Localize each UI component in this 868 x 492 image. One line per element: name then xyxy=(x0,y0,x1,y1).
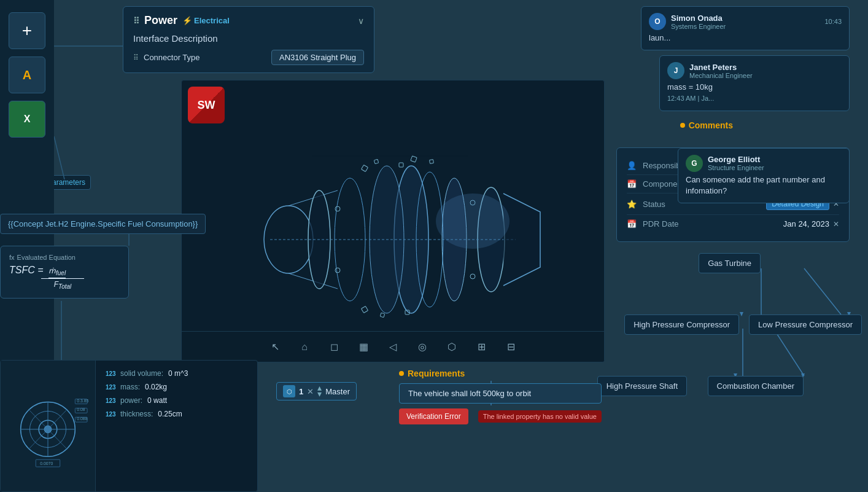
pdr-value: Jan 24, 2023 xyxy=(783,219,829,228)
remove-pdr[interactable]: ✕ xyxy=(833,220,839,228)
svg-marker-53 xyxy=(740,312,743,316)
chevron-down-icon[interactable]: ∨ xyxy=(358,16,364,26)
gas-turbine-node[interactable]: Gas Turbine xyxy=(699,253,761,273)
star-icon: ⭐ xyxy=(627,200,638,209)
add-button[interactable]: + xyxy=(9,12,45,49)
tool-box[interactable]: ◻ xyxy=(324,337,344,357)
bp-power-label: power: xyxy=(120,396,142,405)
tool-split[interactable]: ⊟ xyxy=(501,337,521,357)
bp-mass-value: 0.02kg xyxy=(145,383,167,391)
tool-sections[interactable]: ⊞ xyxy=(471,337,491,357)
janet-message: mass = 10kg12:43 AM | Ja... xyxy=(667,82,842,104)
plus-icon: + xyxy=(22,21,32,41)
excel-button[interactable]: X xyxy=(9,101,45,138)
tool-cube[interactable]: ⬡ xyxy=(442,337,462,357)
calendar-icon-1: 📅 xyxy=(627,179,638,189)
connector-value: AN3106 Straight Plug xyxy=(271,50,364,65)
3d-viewer[interactable]: SW xyxy=(181,80,605,362)
prop-value-pdr: Jan 24, 2023 ✕ xyxy=(783,219,839,228)
prop-pdr-date: 📅 PDR Date Jan 24, 2023 ✕ xyxy=(627,215,839,233)
george-name: George Elliott xyxy=(708,155,764,164)
master-label: Master xyxy=(325,387,350,396)
viewer-toolbar: ↖ ⌂ ◻ ▦ ◁ ◎ ⬡ ⊞ ⊟ xyxy=(182,331,604,362)
avatar-janet: J xyxy=(667,62,684,79)
requirements-title: Requirements xyxy=(408,369,465,378)
user-icon: 👤 xyxy=(627,161,638,170)
chat-bubble-george: G George Elliott Structure Engineer Can … xyxy=(678,148,850,203)
formula-label: fx Evaluated Equation xyxy=(9,254,120,261)
bp-power-value: 0 watt xyxy=(147,396,167,405)
bp-solid-volume-value: 0 m^3 xyxy=(168,369,188,378)
bp-mass: 123 mass: 0.02kg xyxy=(106,383,247,391)
simon-message: laun... xyxy=(649,33,842,44)
electrical-badge: ⚡ Electrical xyxy=(182,16,230,25)
janet-time: 12:43 AM | Ja... xyxy=(667,95,714,102)
excel-icon: X xyxy=(24,114,31,125)
simon-name: Simon Onada xyxy=(671,14,726,23)
power-label: Power xyxy=(144,14,177,27)
avatar-initial-george: G xyxy=(691,159,697,168)
george-info: George Elliott Structure Engineer xyxy=(708,155,764,171)
george-role: Structure Engineer xyxy=(708,164,764,171)
avatar-initial-simon: O xyxy=(654,17,660,26)
bp-solid-volume-label: solid volume: xyxy=(120,369,163,378)
george-message: Can someone add the part number and info… xyxy=(686,174,842,197)
high-pressure-compressor-node[interactable]: High Pressure Compressor xyxy=(624,314,739,335)
janet-name: Janet Peters xyxy=(689,63,753,72)
requirements-panel: Requirements The vehicle shall loft 500k… xyxy=(399,369,602,424)
combustion-chamber-node[interactable]: Combustion Chamber xyxy=(708,376,804,396)
tool-circle[interactable]: ◎ xyxy=(413,337,432,357)
master-close[interactable]: ✕ xyxy=(307,387,314,396)
concept-expression: {{Concept Jet.H2 Engine.Specific Fuel Co… xyxy=(0,214,206,234)
calendar-icon-2: 📅 xyxy=(627,219,638,228)
schematic-svg: 0.3.85 0.08 0.088 0.0070 xyxy=(6,383,90,469)
bp-thickness-value: 0.25cm xyxy=(158,410,182,418)
fx-icon: fx xyxy=(9,254,15,261)
formula-card: fx Evaluated Equation TSFC = ṁfuel FTota… xyxy=(0,246,129,299)
svg-line-43 xyxy=(54,136,64,179)
chat-user-janet: J Janet Peters Mechanical Engineer xyxy=(667,62,842,79)
janet-role: Mechanical Engineer xyxy=(689,72,753,79)
tool-grid[interactable]: ▦ xyxy=(354,337,373,357)
low-pressure-compressor-node[interactable]: Low Pressure Compressor xyxy=(749,314,862,335)
engine-svg xyxy=(215,104,571,338)
master-arrows[interactable]: ▴ ▾ xyxy=(317,385,322,397)
power-header: ⠿ Power ⚡ Electrical ∨ xyxy=(133,14,364,27)
bp-123-icon-2: 123 xyxy=(106,384,115,391)
avatar-simon: O xyxy=(649,13,666,30)
avatar-george: G xyxy=(686,155,703,172)
requirements-dot xyxy=(399,371,404,376)
simon-info: Simon Onada Systems Engineer xyxy=(671,14,726,30)
svg-line-47 xyxy=(804,268,841,314)
prop-name-pdr: PDR Date xyxy=(643,219,778,228)
aragon-icon: A xyxy=(23,68,31,82)
svg-text:0.0070: 0.0070 xyxy=(40,461,53,466)
aragon-button[interactable]: A xyxy=(9,57,45,93)
bp-thickness: 123 thickness: 0.25cm xyxy=(106,410,247,418)
power-title: ⠿ Power ⚡ Electrical xyxy=(133,14,230,27)
interface-description: Interface Description xyxy=(133,33,364,44)
engine-visual xyxy=(182,80,604,362)
bp-123-icon-4: 123 xyxy=(106,411,115,418)
bp-power: 123 power: 0 watt xyxy=(106,396,247,405)
master-icon: ⬡ xyxy=(283,385,295,397)
tool-cursor[interactable]: ↖ xyxy=(265,337,285,357)
master-selector[interactable]: ⬡ 1 ✕ ▴ ▾ Master xyxy=(276,382,357,400)
bottom-panel: 0.3.85 0.08 0.088 0.0070 123 solid volum… xyxy=(0,360,258,492)
chat-bubble-simon: O Simon Onada Systems Engineer 10:43 lau… xyxy=(641,6,850,50)
chat-bubble-janet: J Janet Peters Mechanical Engineer mass … xyxy=(659,55,850,111)
bolt-icon: ⚡ xyxy=(182,16,192,25)
error-message: The linked property has no valid value xyxy=(478,410,602,423)
requirement-item[interactable]: The vehicle shall loft 500kg to orbit xyxy=(399,383,602,404)
bp-123-icon-3: 123 xyxy=(106,397,115,404)
bp-solid-volume: 123 solid volume: 0 m^3 xyxy=(106,369,247,378)
verification-row: Verification Error The linked property h… xyxy=(399,408,602,424)
grid-icon: ⠿ xyxy=(133,16,139,26)
bp-mass-label: mass: xyxy=(120,383,140,391)
requirements-header: Requirements xyxy=(399,369,602,378)
sw-text: SW xyxy=(198,99,215,112)
solidworks-logo: SW xyxy=(188,87,225,123)
tool-back[interactable]: ◁ xyxy=(383,337,403,357)
high-pressure-shaft-node[interactable]: High Pressure Shaft xyxy=(597,376,687,396)
tool-home[interactable]: ⌂ xyxy=(295,337,314,357)
